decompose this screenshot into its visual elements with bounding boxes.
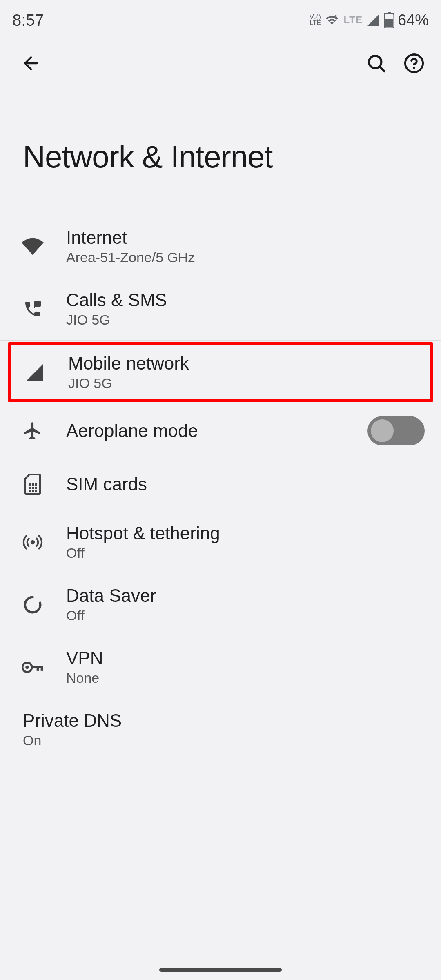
svg-rect-2 bbox=[388, 12, 391, 14]
status-icons: Vo)) LTE 6 LTE 64% bbox=[310, 11, 429, 29]
list-item-sim-cards[interactable]: SIM cards bbox=[0, 458, 441, 511]
item-subtitle: None bbox=[66, 670, 425, 686]
navigation-handle[interactable] bbox=[159, 968, 282, 972]
search-icon bbox=[366, 53, 387, 74]
signal-triangle-icon bbox=[25, 363, 45, 382]
sim-icon bbox=[24, 474, 41, 495]
item-title: VPN bbox=[66, 648, 425, 668]
svg-rect-10 bbox=[29, 487, 31, 489]
aeroplane-toggle[interactable] bbox=[368, 416, 425, 445]
svg-rect-13 bbox=[29, 490, 31, 492]
item-subtitle: Off bbox=[66, 608, 425, 624]
list-item-vpn[interactable]: VPN None bbox=[0, 636, 441, 698]
list-item-private-dns[interactable]: Private DNS On bbox=[0, 698, 441, 761]
arrow-back-icon bbox=[21, 53, 41, 74]
vpn-key-icon bbox=[22, 661, 44, 673]
svg-point-18 bbox=[25, 665, 29, 668]
item-subtitle: Area-51-Zone/5 GHz bbox=[66, 249, 425, 265]
list-item-mobile-network[interactable]: Mobile network JIO 5G bbox=[8, 342, 433, 402]
wifi-filled-icon bbox=[22, 238, 44, 255]
hotspot-icon bbox=[22, 532, 43, 552]
divider bbox=[0, 340, 441, 341]
svg-rect-21 bbox=[41, 666, 43, 671]
svg-rect-3 bbox=[385, 19, 393, 27]
svg-rect-11 bbox=[32, 487, 34, 489]
list-item-calls-sms[interactable]: Calls & SMS JIO 5G bbox=[0, 278, 441, 340]
list-item-hotspot[interactable]: Hotspot & tethering Off bbox=[0, 511, 441, 573]
data-saver-icon bbox=[22, 595, 43, 615]
svg-rect-15 bbox=[35, 490, 37, 492]
svg-rect-9 bbox=[35, 483, 37, 486]
item-title: Data Saver bbox=[66, 586, 425, 606]
item-title: Mobile network bbox=[68, 353, 422, 374]
status-time: 8:57 bbox=[12, 11, 44, 29]
page-title: Network & Internet bbox=[0, 86, 441, 215]
svg-rect-12 bbox=[35, 487, 37, 489]
item-title: Hotspot & tethering bbox=[66, 523, 425, 543]
lte-label: LTE bbox=[343, 14, 363, 26]
item-subtitle: Off bbox=[66, 545, 425, 561]
svg-text:6: 6 bbox=[334, 14, 337, 20]
list-item-data-saver[interactable]: Data Saver Off bbox=[0, 573, 441, 636]
toggle-knob bbox=[371, 419, 394, 442]
item-subtitle: On bbox=[23, 733, 425, 748]
battery-percent: 64% bbox=[398, 11, 429, 29]
app-bar bbox=[0, 37, 441, 86]
settings-list: Internet Area-51-Zone/5 GHz Calls & SMS … bbox=[0, 215, 441, 761]
signal-icon bbox=[366, 13, 381, 27]
svg-rect-20 bbox=[37, 666, 39, 671]
airplane-icon bbox=[22, 421, 43, 441]
help-button[interactable] bbox=[399, 49, 429, 78]
svg-point-16 bbox=[31, 540, 35, 544]
item-title: SIM cards bbox=[66, 474, 425, 494]
item-title: Aeroplane mode bbox=[66, 421, 368, 441]
item-title: Calls & SMS bbox=[66, 290, 425, 310]
item-title: Internet bbox=[66, 227, 425, 248]
svg-rect-14 bbox=[32, 490, 34, 492]
list-item-aeroplane-mode[interactable]: Aeroplane mode bbox=[0, 404, 441, 458]
svg-rect-7 bbox=[29, 483, 31, 486]
battery-icon bbox=[384, 12, 394, 28]
item-subtitle: JIO 5G bbox=[66, 312, 425, 328]
help-icon bbox=[403, 53, 425, 74]
list-item-internet[interactable]: Internet Area-51-Zone/5 GHz bbox=[0, 215, 441, 278]
wifi-icon: 6 bbox=[324, 13, 340, 27]
item-title: Private DNS bbox=[23, 710, 425, 731]
svg-rect-8 bbox=[32, 483, 34, 486]
svg-point-6 bbox=[413, 67, 415, 69]
phone-sms-icon bbox=[23, 299, 42, 319]
volte-icon: Vo)) LTE bbox=[310, 14, 321, 26]
item-subtitle: JIO 5G bbox=[68, 375, 422, 391]
back-button[interactable] bbox=[16, 49, 46, 78]
search-button[interactable] bbox=[362, 49, 391, 78]
status-bar: 8:57 Vo)) LTE 6 LTE 64% bbox=[0, 0, 441, 37]
